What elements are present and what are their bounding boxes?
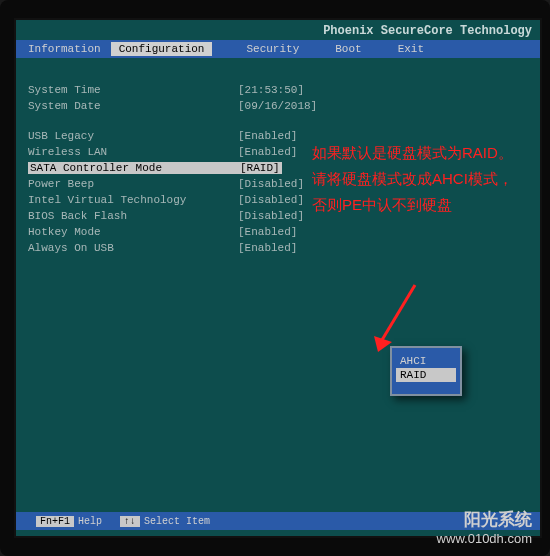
annotation-line-2: 请将硬盘模式改成AHCI模式， — [312, 166, 536, 192]
always-on-usb-row[interactable]: Always On USB [Enabled] — [28, 240, 528, 256]
watermark-title: 阳光系统 — [437, 508, 532, 531]
annotation-line-1: 如果默认是硬盘模式为RAID。 — [312, 140, 536, 166]
annotation-text: 如果默认是硬盘模式为RAID。 请将硬盘模式改成AHCI模式， 否则PE中认不到… — [312, 140, 536, 218]
help-text-help: Help — [78, 516, 102, 527]
watermark-url: www.010dh.com — [437, 531, 532, 546]
laptop-frame: Phoenix SecureCore Technology Informatio… — [0, 0, 550, 556]
help-key-updown: ↑↓ — [120, 516, 140, 527]
system-time-value[interactable]: [21:53:50] — [238, 84, 304, 96]
watermark: 阳光系统 www.010dh.com — [437, 508, 532, 546]
always-on-usb-label: Always On USB — [28, 242, 238, 254]
power-beep-value[interactable]: [Disabled] — [238, 178, 304, 190]
sata-controller-label: SATA Controller Mode — [28, 162, 238, 174]
svg-line-0 — [382, 285, 415, 340]
hotkey-mode-label: Hotkey Mode — [28, 226, 238, 238]
help-text-select-item: Select Item — [144, 516, 210, 527]
hotkey-mode-row[interactable]: Hotkey Mode [Enabled] — [28, 224, 528, 240]
help-key-f1: Fn+F1 — [36, 516, 74, 527]
tab-security[interactable]: Security — [238, 42, 307, 56]
bios-back-flash-value[interactable]: [Disabled] — [238, 210, 304, 222]
system-time-row[interactable]: System Time [21:53:50] — [28, 82, 528, 98]
wireless-lan-label: Wireless LAN — [28, 146, 238, 158]
hotkey-mode-value[interactable]: [Enabled] — [238, 226, 297, 238]
wireless-lan-value[interactable]: [Enabled] — [238, 146, 297, 158]
system-time-label: System Time — [28, 84, 238, 96]
tab-configuration[interactable]: Configuration — [111, 42, 213, 56]
tab-boot[interactable]: Boot — [327, 42, 369, 56]
system-date-label: System Date — [28, 100, 238, 112]
system-date-row[interactable]: System Date [09/16/2018] — [28, 98, 528, 114]
annotation-line-3: 否则PE中认不到硬盘 — [312, 192, 536, 218]
sata-controller-value[interactable]: [RAID] — [238, 162, 282, 174]
power-beep-label: Power Beep — [28, 178, 238, 190]
tab-exit[interactable]: Exit — [390, 42, 432, 56]
screen-bezel: Phoenix SecureCore Technology Informatio… — [14, 18, 542, 538]
tab-information[interactable]: Information — [20, 42, 109, 56]
always-on-usb-value[interactable]: [Enabled] — [238, 242, 297, 254]
arrow-icon — [370, 280, 420, 355]
bios-screen: Phoenix SecureCore Technology Informatio… — [16, 20, 540, 536]
usb-legacy-value[interactable]: [Enabled] — [238, 130, 297, 142]
bios-back-flash-label: BIOS Back Flash — [28, 210, 238, 222]
popup-option-raid[interactable]: RAID — [396, 368, 456, 382]
bios-title: Phoenix SecureCore Technology — [16, 20, 540, 40]
popup-option-ahci[interactable]: AHCI — [396, 354, 456, 368]
intel-vt-value[interactable]: [Disabled] — [238, 194, 304, 206]
system-date-value[interactable]: [09/16/2018] — [238, 100, 317, 112]
sata-mode-popup: AHCI RAID — [390, 346, 462, 396]
usb-legacy-label: USB Legacy — [28, 130, 238, 142]
intel-vt-label: Intel Virtual Technology — [28, 194, 238, 206]
menu-bar: Information Configuration Security Boot … — [16, 40, 540, 58]
